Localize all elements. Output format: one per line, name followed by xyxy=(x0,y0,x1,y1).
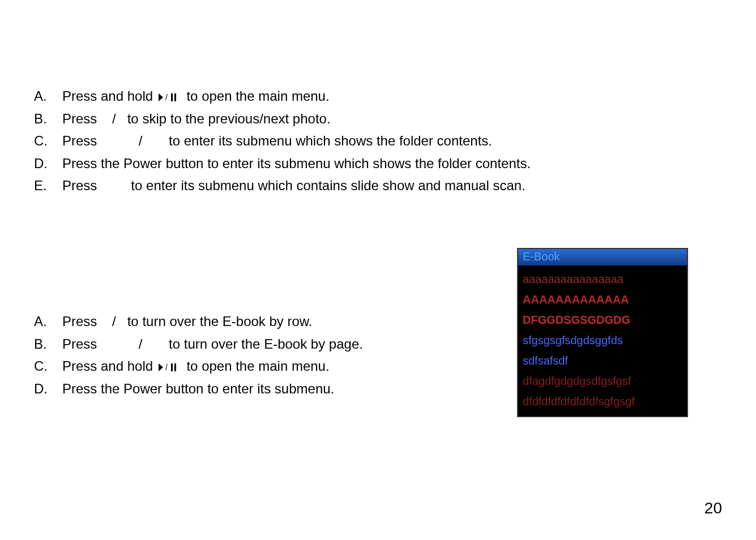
device-line: dfdfdfdfdfdfdfdfsgfgsgf xyxy=(518,391,687,412)
list-letter: A. xyxy=(34,85,62,108)
instruction-list-1: A.Press and hold / to open the main menu… xyxy=(34,85,722,197)
svg-rect-2 xyxy=(171,93,173,101)
instruction-list-2: A.Press / to turn over the E-book by row… xyxy=(34,310,506,400)
instruction-row: A.Press and hold / to open the main menu… xyxy=(34,85,722,108)
list-letter: B. xyxy=(34,108,62,130)
device-line: dfagdfgdgdgsdfgsfgsf xyxy=(518,371,687,391)
list-letter: D. xyxy=(34,378,62,400)
device-header: E-Book xyxy=(518,249,687,265)
instruction-text: Press the Power button to enter its subm… xyxy=(62,152,531,175)
svg-text:/: / xyxy=(165,363,168,371)
document-page: A.Press and hold / to open the main menu… xyxy=(0,0,756,540)
svg-rect-6 xyxy=(171,363,173,371)
list-letter: A. xyxy=(34,310,62,333)
instruction-text: Press to enter its submenu which contain… xyxy=(62,174,526,197)
svg-text:/: / xyxy=(165,93,168,101)
instruction-row: A.Press / to turn over the E-book by row… xyxy=(34,310,506,333)
svg-rect-3 xyxy=(174,93,176,101)
instruction-text: Press / to turn over the E-book by page. xyxy=(62,333,363,355)
list-letter: B. xyxy=(34,333,62,355)
device-line: sfgsgsgfsdgdsggfds xyxy=(518,330,687,350)
instruction-row: D.Press the Power button to enter its su… xyxy=(34,378,506,400)
device-line: aaaaaaaaaaaaaaaa xyxy=(518,269,687,289)
device-screenshot: E-Book aaaaaaaaaaaaaaaaAAAAAAAAAAAAADFGG… xyxy=(517,248,688,417)
device-line: DFGGDSGSGDGDG xyxy=(518,310,687,330)
page-number: 20 xyxy=(704,499,722,517)
instruction-row: B.Press / to skip to the previous/next p… xyxy=(34,108,722,130)
list-letter: C. xyxy=(34,355,62,378)
instruction-row: E.Press to enter its submenu which conta… xyxy=(34,174,722,197)
instruction-text: Press / to enter its submenu which shows… xyxy=(62,130,492,152)
svg-rect-7 xyxy=(174,363,176,371)
instruction-text: Press the Power button to enter its subm… xyxy=(62,378,334,400)
svg-marker-4 xyxy=(159,363,163,371)
svg-marker-0 xyxy=(159,93,163,101)
play-pause-icon: / xyxy=(157,363,183,371)
instruction-row: C.Press and hold / to open the main menu… xyxy=(34,355,506,378)
device-line: sdfsafsdf xyxy=(518,350,687,371)
instruction-row: C.Press / to enter its submenu which sho… xyxy=(34,130,722,152)
second-block: A.Press / to turn over the E-book by row… xyxy=(34,248,722,417)
list-letter: E. xyxy=(34,174,62,197)
device-body: aaaaaaaaaaaaaaaaAAAAAAAAAAAAADFGGDSGSGDG… xyxy=(518,265,687,416)
list-letter: C. xyxy=(34,130,62,152)
instruction-text: Press / to turn over the E-book by row. xyxy=(62,310,313,333)
instruction-text: Press and hold / to open the main menu. xyxy=(62,355,330,378)
device-line: AAAAAAAAAAAAA xyxy=(518,289,687,310)
instruction-row: B.Press / to turn over the E-book by pag… xyxy=(34,333,506,355)
list-letter: D. xyxy=(34,152,62,175)
play-pause-icon: / xyxy=(157,93,183,101)
instruction-text: Press and hold / to open the main menu. xyxy=(62,85,330,108)
instruction-row: D.Press the Power button to enter its su… xyxy=(34,152,722,175)
instruction-text: Press / to skip to the previous/next pho… xyxy=(62,108,331,130)
